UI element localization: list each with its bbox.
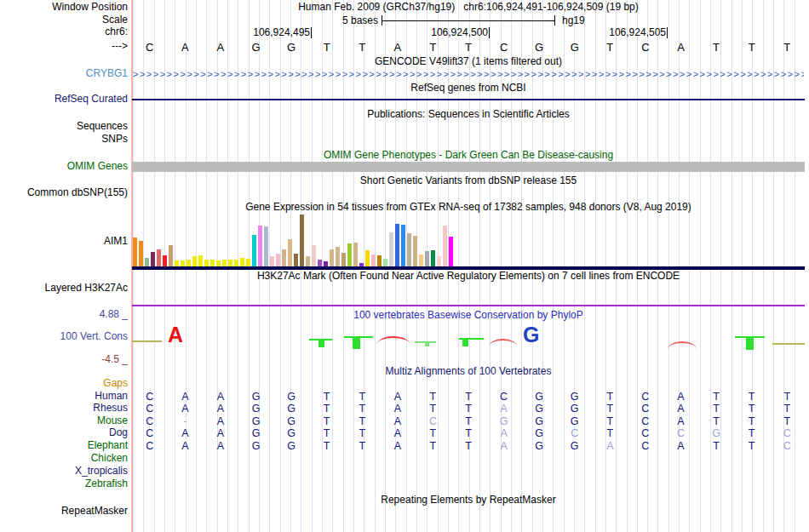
aligned-base: T: [416, 391, 451, 403]
gtex-bar[interactable]: [282, 249, 286, 266]
aligned-base: T: [309, 415, 345, 427]
gtex-bar[interactable]: [181, 260, 185, 266]
aligned-base: A: [380, 427, 416, 439]
gtex-bar[interactable]: [157, 249, 161, 266]
gtex-bar[interactable]: [246, 259, 250, 266]
align-row-label-gaps[interactable]: Gaps: [0, 378, 128, 389]
aligned-base: T: [734, 440, 770, 452]
gtex-bar[interactable]: [222, 260, 227, 266]
base-letter: A: [663, 41, 699, 54]
gtex-bar[interactable]: [395, 224, 399, 266]
track-label-layered-h3k27ac[interactable]: Layered H3K27Ac: [0, 283, 128, 294]
gtex-bar[interactable]: [288, 239, 292, 266]
align-row-label-xtropicalis[interactable]: X_tropicalis: [0, 466, 128, 477]
conservation-peak: [318, 340, 324, 347]
track-label-snps[interactable]: SNPs: [0, 134, 128, 145]
gtex-bar[interactable]: [371, 255, 376, 266]
multiz-track-title: Multiz Alignments of 100 Vertebrates: [132, 366, 805, 377]
track-label-repeatmasker[interactable]: RepeatMasker: [0, 506, 128, 517]
aligned-base: T: [450, 440, 486, 452]
gtex-bar[interactable]: [264, 226, 268, 266]
track-label-aim1[interactable]: AIM1: [0, 236, 128, 247]
base-letter: T: [344, 41, 380, 54]
gtex-bar[interactable]: [294, 254, 298, 266]
gtex-bar[interactable]: [300, 215, 304, 266]
aligned-base: G: [273, 427, 309, 439]
base-letter: T: [769, 41, 805, 54]
gtex-bar[interactable]: [443, 226, 447, 266]
gtex-bar[interactable]: [330, 249, 334, 266]
conservation-line: [772, 343, 805, 345]
gtex-bar[interactable]: [216, 260, 221, 266]
gtex-bar[interactable]: [347, 243, 352, 266]
gtex-bar[interactable]: [139, 241, 143, 266]
gtex-bar[interactable]: [175, 260, 179, 266]
gtex-bar[interactable]: [413, 236, 417, 266]
aligned-base: T: [734, 427, 770, 439]
track-label-omim-genes[interactable]: OMIM Genes: [0, 161, 128, 172]
gtex-bar[interactable]: [163, 255, 167, 266]
strand-arrow-label[interactable]: --->: [0, 41, 128, 52]
gtex-bar[interactable]: [258, 226, 262, 266]
gtex-bar[interactable]: [169, 245, 173, 266]
aligned-base: A: [203, 427, 238, 439]
gtex-bar[interactable]: [425, 251, 429, 266]
align-row-label-elephant[interactable]: Elephant: [0, 440, 128, 451]
h3k27ac-signal-line[interactable]: [132, 305, 805, 306]
refseq-gene-line[interactable]: [132, 99, 805, 100]
gtex-bar[interactable]: [198, 255, 203, 266]
gtex-bar[interactable]: [336, 247, 340, 266]
gtex-bar[interactable]: [210, 260, 215, 266]
gtex-bar[interactable]: [270, 256, 274, 266]
gtex-bar[interactable]: [133, 237, 137, 266]
gtex-bar[interactable]: [276, 254, 280, 266]
gtex-bar[interactable]: [234, 260, 238, 266]
aligned-base: T: [450, 391, 486, 403]
gtex-bar[interactable]: [204, 260, 209, 266]
gtex-bar[interactable]: [151, 252, 155, 266]
gtex-bar[interactable]: [145, 258, 149, 266]
crybg1-transcript-arrows[interactable]: >>>>>>>>>>>>>>>>>>>>>>>>>>>>>>>>>>>>>>>>…: [133, 69, 804, 80]
gtex-bar[interactable]: [306, 256, 310, 266]
gtex-bar[interactable]: [401, 225, 405, 266]
window-position-label: Window Position: [0, 2, 128, 13]
gtex-bar[interactable]: [389, 232, 393, 266]
gtex-bar[interactable]: [449, 237, 453, 266]
track-label-refseq-curated[interactable]: RefSeq Curated: [0, 94, 128, 105]
gtex-bar[interactable]: [186, 260, 191, 266]
align-row-label-dog[interactable]: Dog: [0, 427, 128, 438]
gtex-bar[interactable]: [419, 255, 423, 266]
track-label-vert-cons[interactable]: 100 Vert. Cons: [0, 331, 128, 342]
gtex-bar[interactable]: [318, 260, 322, 266]
base-letter: C: [132, 41, 168, 54]
align-row-label-zebrafish[interactable]: Zebrafish: [0, 478, 128, 489]
gtex-bar[interactable]: [383, 259, 387, 266]
aligned-base: A: [168, 440, 204, 452]
gtex-bar[interactable]: [312, 245, 316, 266]
track-label-common-dbsnp[interactable]: Common dbSNP(155): [0, 187, 128, 198]
gtex-bar[interactable]: [437, 256, 441, 266]
aligned-base: A: [203, 391, 238, 403]
align-row-label-rhesus[interactable]: Rhesus: [0, 403, 128, 414]
track-label-crybg1[interactable]: CRYBG1: [0, 68, 128, 79]
align-row-label-human[interactable]: Human: [0, 391, 128, 402]
gtex-bar[interactable]: [341, 253, 346, 266]
gtex-bar[interactable]: [365, 250, 370, 266]
align-row-label-chicken[interactable]: Chicken: [0, 453, 128, 464]
aligned-base: C: [628, 415, 663, 427]
aligned-base: C: [769, 440, 805, 452]
gtex-bar[interactable]: [407, 233, 411, 266]
gtex-bar[interactable]: [431, 250, 435, 266]
omim-gene-bar[interactable]: [132, 162, 805, 172]
repeatmasker-track-title: Repeating Elements by RepeatMasker: [132, 495, 805, 506]
gtex-bar[interactable]: [377, 255, 382, 266]
align-row-label-mouse[interactable]: Mouse: [0, 415, 128, 426]
gtex-bar[interactable]: [192, 256, 197, 266]
gtex-bar[interactable]: [240, 258, 244, 266]
gtex-bar[interactable]: [353, 243, 358, 266]
gtex-bar[interactable]: [252, 235, 256, 266]
aligned-base: G: [521, 427, 557, 439]
track-label-sequences[interactable]: Sequences: [0, 121, 128, 132]
aligned-base: G: [238, 440, 274, 452]
gtex-bar[interactable]: [228, 260, 232, 266]
